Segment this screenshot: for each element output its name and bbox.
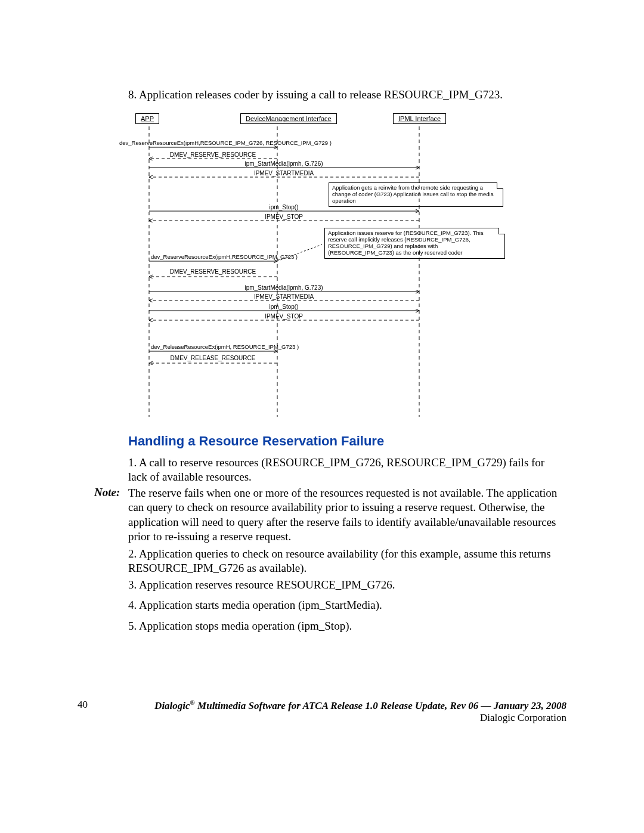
msg-stop1-ev: IPMEV_STOP (265, 213, 303, 220)
msg-release-ev: DMEV_RELEASE_RESOURCE (171, 355, 256, 361)
msg-stop1: ipm_Stop() (270, 204, 299, 210)
msg-reserve1-ev: DMEV_RESERVE_RESOURCE (170, 151, 256, 158)
page-number: 40 (78, 699, 88, 711)
footer-rest: Multimedia Software for ATCA Release 1.0… (195, 700, 566, 711)
note-label: Note: (94, 486, 120, 499)
msg-startmedia1: ipm_StartMedia(ipmh, G.726) (244, 160, 323, 167)
failure-p4: 4. Application starts media operation (i… (128, 598, 558, 612)
msg-startmedia2: ipm_StartMedia(ipmh, G.723) (244, 284, 323, 291)
msg-release: dev_ReleaseResourceEx(ipmH, RESOURCE_IPM… (151, 344, 299, 350)
msg-reserve2-ev: DMEV_RESERVE_RESOURCE (170, 268, 256, 275)
failure-p2: 2. Application queries to check on resou… (128, 547, 558, 576)
msg-startmedia2-ev: IPMEV_STARTMEDIA (254, 293, 314, 300)
msg-stop2-ev: IPMEV_STOP (265, 313, 303, 320)
sequence-diagram: APP DeviceManagement Interface IPML Inte… (122, 110, 555, 420)
page: 8. Application releases coder by issuing… (0, 0, 644, 833)
failure-p1: 1. A call to reserve resources (RESOURCE… (128, 456, 558, 485)
step-8-text: 8. Application releases coder by issuing… (128, 88, 564, 102)
footer-corp: Dialogic Corporation (110, 712, 566, 724)
footer-product: Dialogic (154, 700, 190, 711)
registered-icon: ® (190, 699, 195, 706)
msg-startmedia1-ev: IPMEV_STARTMEDIA (254, 170, 314, 176)
failure-p5: 5. Application stops media operation (ip… (128, 619, 558, 633)
msg-reserve1: dev_ReserveResourceEx(ipmH,RESOURCE_IPM_… (119, 140, 332, 146)
failure-p3: 3. Application reserves resource RESOURC… (128, 578, 558, 592)
note-text: The reserve fails when one or more of th… (128, 486, 564, 544)
msg-stop2: ipm_Stop() (270, 304, 299, 310)
msg-reserve2: dev_ReserveResourceEx(ipmH,RESOURCE_IPM_… (151, 254, 298, 260)
footer-line1: Dialogic® Multimedia Software for ATCA R… (110, 699, 566, 712)
section-heading: Handling a Resource Reservation Failure (128, 433, 384, 449)
